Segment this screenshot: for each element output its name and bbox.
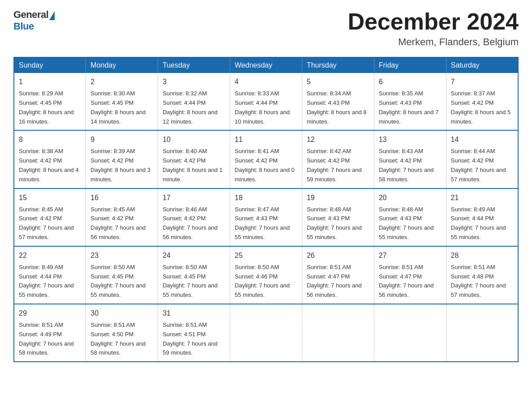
calendar-day-cell: 23Sunrise: 8:50 AMSunset: 4:45 PMDayligh… <box>86 246 158 304</box>
calendar-day-cell <box>230 304 302 362</box>
calendar-week-row: 15Sunrise: 8:45 AMSunset: 4:42 PMDayligh… <box>14 188 518 246</box>
day-number: 16 <box>90 193 153 203</box>
day-info: Sunrise: 8:51 AMSunset: 4:49 PMDaylight:… <box>19 321 74 356</box>
day-number: 9 <box>90 134 153 145</box>
day-info: Sunrise: 8:38 AMSunset: 4:42 PMDaylight:… <box>19 148 79 182</box>
calendar-week-row: 8Sunrise: 8:38 AMSunset: 4:42 PMDaylight… <box>14 130 518 188</box>
calendar-day-cell: 6Sunrise: 8:35 AMSunset: 4:43 PMDaylight… <box>374 73 446 130</box>
day-number: 2 <box>90 77 153 87</box>
day-number: 6 <box>379 77 442 87</box>
calendar-header-monday: Monday <box>86 57 158 73</box>
day-number: 20 <box>379 193 442 203</box>
calendar-day-cell: 14Sunrise: 8:44 AMSunset: 4:42 PMDayligh… <box>446 130 518 188</box>
day-number: 17 <box>163 193 225 203</box>
calendar-week-row: 29Sunrise: 8:51 AMSunset: 4:49 PMDayligh… <box>14 304 518 362</box>
day-info: Sunrise: 8:51 AMSunset: 4:51 PMDaylight:… <box>163 321 218 356</box>
day-info: Sunrise: 8:44 AMSunset: 4:42 PMDaylight:… <box>451 148 506 182</box>
day-info: Sunrise: 8:34 AMSunset: 4:43 PMDaylight:… <box>307 90 367 124</box>
calendar-day-cell: 12Sunrise: 8:42 AMSunset: 4:42 PMDayligh… <box>302 130 374 188</box>
month-title: December 2024 <box>348 9 519 34</box>
day-number: 19 <box>307 193 369 203</box>
location: Merkem, Flanders, Belgium <box>348 36 519 48</box>
page-header: General Blue December 2024 Merkem, Fland… <box>13 9 519 48</box>
calendar-day-cell: 31Sunrise: 8:51 AMSunset: 4:51 PMDayligh… <box>158 304 230 362</box>
day-info: Sunrise: 8:51 AMSunset: 4:48 PMDaylight:… <box>451 264 506 298</box>
calendar-day-cell: 24Sunrise: 8:50 AMSunset: 4:45 PMDayligh… <box>158 246 230 304</box>
day-info: Sunrise: 8:37 AMSunset: 4:42 PMDaylight:… <box>451 90 511 124</box>
calendar-day-cell: 28Sunrise: 8:51 AMSunset: 4:48 PMDayligh… <box>446 246 518 304</box>
day-number: 24 <box>163 250 225 261</box>
calendar-week-row: 1Sunrise: 8:29 AMSunset: 4:45 PMDaylight… <box>14 73 518 130</box>
day-number: 25 <box>235 250 297 261</box>
day-number: 31 <box>163 308 225 319</box>
calendar-day-cell <box>374 304 446 362</box>
calendar-day-cell: 25Sunrise: 8:50 AMSunset: 4:46 PMDayligh… <box>230 246 302 304</box>
day-info: Sunrise: 8:51 AMSunset: 4:50 PMDaylight:… <box>90 321 146 356</box>
calendar-day-cell: 7Sunrise: 8:37 AMSunset: 4:42 PMDaylight… <box>446 73 518 130</box>
day-number: 27 <box>379 250 442 261</box>
calendar-header-row: SundayMondayTuesdayWednesdayThursdayFrid… <box>14 57 518 73</box>
day-info: Sunrise: 8:49 AMSunset: 4:44 PMDaylight:… <box>451 206 506 240</box>
day-info: Sunrise: 8:32 AMSunset: 4:44 PMDaylight:… <box>163 90 218 124</box>
calendar-day-cell: 8Sunrise: 8:38 AMSunset: 4:42 PMDaylight… <box>14 130 86 188</box>
calendar-day-cell: 1Sunrise: 8:29 AMSunset: 4:45 PMDaylight… <box>14 73 86 130</box>
calendar-header-saturday: Saturday <box>446 57 518 73</box>
day-number: 22 <box>19 250 81 261</box>
day-info: Sunrise: 8:42 AMSunset: 4:42 PMDaylight:… <box>307 148 362 182</box>
day-number: 28 <box>451 250 513 261</box>
calendar-day-cell: 22Sunrise: 8:49 AMSunset: 4:44 PMDayligh… <box>14 246 86 304</box>
day-number: 15 <box>19 193 81 203</box>
calendar-day-cell: 11Sunrise: 8:41 AMSunset: 4:42 PMDayligh… <box>230 130 302 188</box>
calendar-table: SundayMondayTuesdayWednesdayThursdayFrid… <box>13 57 519 362</box>
day-number: 4 <box>235 77 297 87</box>
calendar-day-cell: 27Sunrise: 8:51 AMSunset: 4:47 PMDayligh… <box>374 246 446 304</box>
day-info: Sunrise: 8:50 AMSunset: 4:45 PMDaylight:… <box>90 264 146 298</box>
day-info: Sunrise: 8:40 AMSunset: 4:42 PMDaylight:… <box>163 148 223 182</box>
calendar-header-sunday: Sunday <box>14 57 86 73</box>
day-info: Sunrise: 8:47 AMSunset: 4:43 PMDaylight:… <box>235 206 290 240</box>
day-info: Sunrise: 8:45 AMSunset: 4:42 PMDaylight:… <box>19 206 74 240</box>
day-info: Sunrise: 8:30 AMSunset: 4:45 PMDaylight:… <box>90 90 146 124</box>
logo-general-text: General <box>13 9 48 21</box>
day-info: Sunrise: 8:33 AMSunset: 4:44 PMDaylight:… <box>235 90 290 124</box>
calendar-header-friday: Friday <box>374 57 446 73</box>
logo-triangle-icon <box>49 11 55 20</box>
day-number: 5 <box>307 77 369 87</box>
calendar-day-cell: 9Sunrise: 8:39 AMSunset: 4:42 PMDaylight… <box>86 130 158 188</box>
day-number: 18 <box>235 193 297 203</box>
calendar-day-cell: 26Sunrise: 8:51 AMSunset: 4:47 PMDayligh… <box>302 246 374 304</box>
day-info: Sunrise: 8:48 AMSunset: 4:43 PMDaylight:… <box>379 206 434 240</box>
calendar-day-cell: 3Sunrise: 8:32 AMSunset: 4:44 PMDaylight… <box>158 73 230 130</box>
logo-blue-text: Blue <box>13 21 34 32</box>
calendar-day-cell: 19Sunrise: 8:48 AMSunset: 4:43 PMDayligh… <box>302 188 374 246</box>
calendar-day-cell: 21Sunrise: 8:49 AMSunset: 4:44 PMDayligh… <box>446 188 518 246</box>
day-info: Sunrise: 8:51 AMSunset: 4:47 PMDaylight:… <box>307 264 362 298</box>
day-number: 23 <box>90 250 153 261</box>
day-info: Sunrise: 8:50 AMSunset: 4:46 PMDaylight:… <box>235 264 290 298</box>
day-number: 1 <box>19 77 81 87</box>
day-number: 8 <box>19 134 81 145</box>
calendar-day-cell: 5Sunrise: 8:34 AMSunset: 4:43 PMDaylight… <box>302 73 374 130</box>
day-info: Sunrise: 8:45 AMSunset: 4:42 PMDaylight:… <box>90 206 146 240</box>
calendar-day-cell: 10Sunrise: 8:40 AMSunset: 4:42 PMDayligh… <box>158 130 230 188</box>
day-number: 29 <box>19 308 81 319</box>
calendar-header-tuesday: Tuesday <box>158 57 230 73</box>
calendar-day-cell: 29Sunrise: 8:51 AMSunset: 4:49 PMDayligh… <box>14 304 86 362</box>
day-number: 10 <box>163 134 225 145</box>
calendar-day-cell: 4Sunrise: 8:33 AMSunset: 4:44 PMDaylight… <box>230 73 302 130</box>
day-info: Sunrise: 8:49 AMSunset: 4:44 PMDaylight:… <box>19 264 74 298</box>
day-info: Sunrise: 8:51 AMSunset: 4:47 PMDaylight:… <box>379 264 434 298</box>
day-number: 12 <box>307 134 369 145</box>
calendar-day-cell: 2Sunrise: 8:30 AMSunset: 4:45 PMDaylight… <box>86 73 158 130</box>
calendar-day-cell <box>302 304 374 362</box>
day-number: 13 <box>379 134 442 145</box>
calendar-day-cell: 30Sunrise: 8:51 AMSunset: 4:50 PMDayligh… <box>86 304 158 362</box>
day-info: Sunrise: 8:46 AMSunset: 4:42 PMDaylight:… <box>163 206 218 240</box>
day-number: 3 <box>163 77 225 87</box>
day-info: Sunrise: 8:50 AMSunset: 4:45 PMDaylight:… <box>163 264 218 298</box>
logo: General Blue <box>13 9 55 32</box>
day-number: 11 <box>235 134 297 145</box>
day-info: Sunrise: 8:43 AMSunset: 4:42 PMDaylight:… <box>379 148 434 182</box>
calendar-header-thursday: Thursday <box>302 57 374 73</box>
calendar-header-wednesday: Wednesday <box>230 57 302 73</box>
